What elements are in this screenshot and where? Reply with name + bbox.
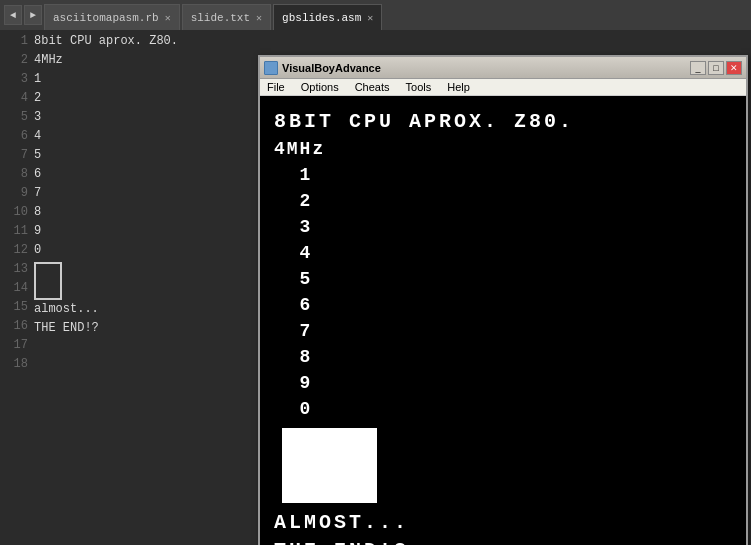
- gba-number: 3: [274, 214, 732, 240]
- tab-nav-next[interactable]: ►: [24, 5, 42, 25]
- vba-close-button[interactable]: ✕: [726, 61, 742, 75]
- tab-slide-txt[interactable]: slide.txt ✕: [182, 4, 271, 30]
- line-number: 6: [0, 127, 28, 146]
- code-line: 5: [34, 146, 250, 165]
- gba-line-almost: ALMOST...: [274, 509, 732, 537]
- line-number: 16: [0, 317, 28, 336]
- gba-number: 5: [274, 266, 732, 292]
- line-number: 1: [0, 32, 28, 51]
- line-number: 8: [0, 165, 28, 184]
- gba-number: 8: [274, 344, 732, 370]
- code-line: 8bit CPU aprox. Z80.: [34, 32, 250, 51]
- code-line: [34, 260, 250, 300]
- vba-window: VisualBoyAdvance _ □ ✕ File Options Chea…: [258, 55, 748, 545]
- menu-help[interactable]: Help: [444, 80, 473, 94]
- menu-cheats[interactable]: Cheats: [352, 80, 393, 94]
- code-line: 7: [34, 184, 250, 203]
- code-line: 4: [34, 127, 250, 146]
- line-number: 7: [0, 146, 28, 165]
- code-line: 0: [34, 241, 250, 260]
- vba-title-left: VisualBoyAdvance: [264, 61, 381, 75]
- tab-label-gbslides-asm: gbslides.asm: [282, 12, 361, 24]
- gba-rectangle: [282, 428, 377, 503]
- gba-line-4mhz: 4MHz: [274, 136, 732, 162]
- line-number: 2: [0, 51, 28, 70]
- gba-number: 0: [274, 396, 732, 422]
- menu-file[interactable]: File: [264, 80, 288, 94]
- gba-number: 2: [274, 188, 732, 214]
- tab-bar: ◄ ► asciitomapasm.rb ✕ slide.txt ✕ gbsli…: [0, 0, 751, 30]
- menu-options[interactable]: Options: [298, 80, 342, 94]
- editor-content: 123456789101112131415161718 8bit CPU apr…: [0, 30, 250, 545]
- vba-menubar: File Options Cheats Tools Help: [260, 79, 746, 96]
- gba-line-end: THE END!?: [274, 537, 732, 545]
- tab-label-slide-txt: slide.txt: [191, 12, 250, 24]
- gba-line-cpu: 8BIT CPU APROX. Z80.: [274, 108, 732, 136]
- line-number: 11: [0, 222, 28, 241]
- editor-rectangle: [34, 262, 62, 300]
- line-number: 12: [0, 241, 28, 260]
- code-line: 3: [34, 108, 250, 127]
- vba-titlebar: VisualBoyAdvance _ □ ✕: [260, 57, 746, 79]
- code-line: 4MHz: [34, 51, 250, 70]
- line-number: 3: [0, 70, 28, 89]
- code-area[interactable]: 8bit CPU aprox. Z80.4MHz1234567890almost…: [34, 30, 250, 545]
- code-line: 6: [34, 165, 250, 184]
- code-line: 9: [34, 222, 250, 241]
- line-number: 4: [0, 89, 28, 108]
- line-number: 15: [0, 298, 28, 317]
- line-number: 5: [0, 108, 28, 127]
- code-line: almost...: [34, 300, 250, 319]
- tab-asciitomapasm[interactable]: asciitomapasm.rb ✕: [44, 4, 180, 30]
- line-number: 18: [0, 355, 28, 374]
- menu-tools[interactable]: Tools: [403, 80, 435, 94]
- vba-maximize-button[interactable]: □: [708, 61, 724, 75]
- code-line: 8: [34, 203, 250, 222]
- tab-gbslides-asm[interactable]: gbslides.asm ✕: [273, 4, 382, 30]
- vba-title-text: VisualBoyAdvance: [282, 62, 381, 74]
- vba-app-icon: [264, 61, 278, 75]
- tab-label-asciitomapasm: asciitomapasm.rb: [53, 12, 159, 24]
- vba-screen: 8BIT CPU APROX. Z80. 4MHz 1 2 3 4 5 6 7 …: [260, 96, 746, 545]
- line-numbers: 123456789101112131415161718: [0, 30, 34, 545]
- tab-close-slide-txt[interactable]: ✕: [256, 12, 262, 24]
- vba-window-controls: _ □ ✕: [690, 61, 742, 75]
- line-number: 14: [0, 279, 28, 298]
- code-line: 1: [34, 70, 250, 89]
- gba-number: 9: [274, 370, 732, 396]
- tab-nav-prev[interactable]: ◄: [4, 5, 22, 25]
- gba-number: 6: [274, 292, 732, 318]
- gba-numbers: 1 2 3 4 5 6 7 8 9 0: [274, 162, 732, 422]
- code-line: THE END!?: [34, 319, 250, 338]
- gba-content: 8BIT CPU APROX. Z80. 4MHz 1 2 3 4 5 6 7 …: [266, 104, 740, 545]
- code-line: 2: [34, 89, 250, 108]
- gba-number: 1: [274, 162, 732, 188]
- tab-close-gbslides-asm[interactable]: ✕: [367, 12, 373, 24]
- line-number: 10: [0, 203, 28, 222]
- editor-area: 123456789101112131415161718 8bit CPU apr…: [0, 30, 250, 545]
- tab-close-asciitomapasm[interactable]: ✕: [165, 12, 171, 24]
- gba-number: 4: [274, 240, 732, 266]
- line-number: 13: [0, 260, 28, 279]
- line-number: 17: [0, 336, 28, 355]
- line-number: 9: [0, 184, 28, 203]
- vba-minimize-button[interactable]: _: [690, 61, 706, 75]
- gba-number: 7: [274, 318, 732, 344]
